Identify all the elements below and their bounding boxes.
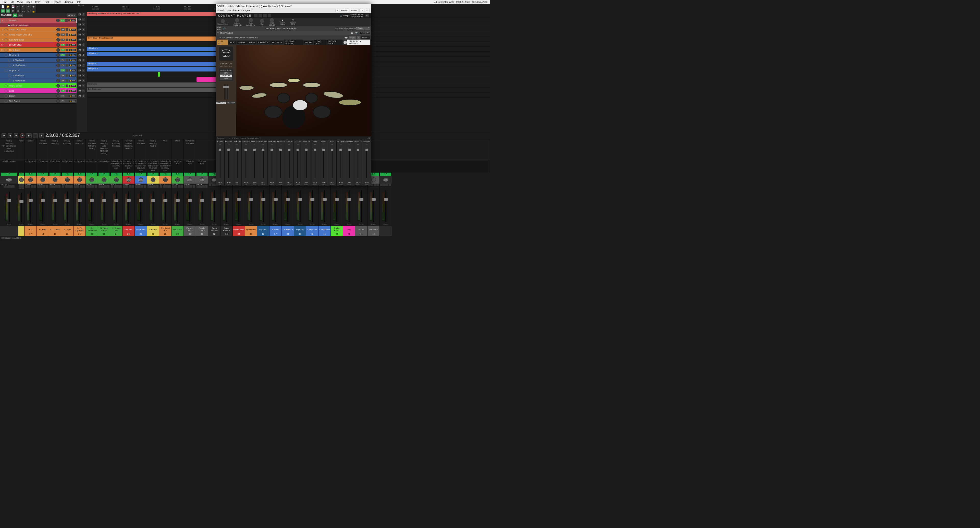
- strip-fx-button[interactable]: FX: [86, 172, 97, 175]
- strip-fx-button[interactable]: FX: [380, 172, 391, 175]
- output-fader[interactable]: [254, 145, 255, 182]
- pan-area[interactable]: center: [61, 176, 73, 183]
- fx-slot-col[interactable]: ReaEQReaComp: [73, 139, 86, 160]
- fader[interactable]: [128, 188, 129, 226]
- record-arm[interactable]: [5, 89, 8, 93]
- send-slot-col[interactable]: 28:Room Bus: [98, 160, 110, 172]
- undo-icon[interactable]: ↶: [21, 4, 25, 9]
- envelope-icon[interactable]: [65, 59, 68, 62]
- speaker-icon[interactable]: 🔊: [223, 27, 226, 30]
- output-fader[interactable]: [280, 145, 281, 182]
- output-fader[interactable]: [332, 145, 332, 182]
- record-arm[interactable]: [5, 28, 8, 31]
- loop-icon[interactable]: ↻: [26, 9, 30, 13]
- output-strip[interactable]: Hats - - +0.0 23|24: [311, 140, 320, 185]
- ni-icon[interactable]: ⊿: [366, 14, 369, 18]
- track-row[interactable]: 2 Snare One Shot FX 🔒 trim: [0, 27, 76, 32]
- master-param[interactable]: Volume -10.00 dB: [233, 18, 242, 26]
- envelope-icon[interactable]: [65, 64, 68, 67]
- add-output-button[interactable]: +: [229, 137, 231, 139]
- mute-button[interactable]: M: [78, 38, 81, 41]
- send-slot-col[interactable]: 29:Parallel Co30:Parallel Co33:DRUM BUS: [110, 160, 123, 172]
- plugin-toolbar-button[interactable]: UI: [360, 9, 364, 12]
- stop-button[interactable]: ■: [14, 133, 18, 138]
- fx-button[interactable]: FX: [60, 69, 65, 72]
- new-icon[interactable]: 📄: [0, 4, 5, 9]
- trim-button[interactable]: 🔒 trim: [68, 54, 76, 56]
- fader[interactable]: [67, 188, 68, 226]
- solo-button[interactable]: S: [82, 48, 85, 51]
- strip-name[interactable]: Kt. Hats: [37, 226, 49, 232]
- inst-tab-snare[interactable]: SNARE: [237, 41, 247, 44]
- volume-knob[interactable]: [56, 19, 60, 22]
- trim-button[interactable]: 🔒 trim: [68, 95, 76, 97]
- volume-knob[interactable]: [56, 28, 60, 31]
- master-param[interactable]: Master Editor: [218, 19, 228, 25]
- master-param[interactable]: ▲ Volume 33%: [280, 19, 285, 25]
- track-row[interactable]: 3 Snare Room One Shot FX 🔒 trim: [0, 32, 76, 37]
- strip-fx-button[interactable]: FX: [135, 172, 146, 175]
- mixer-strip[interactable]: FX center -4.01 inf Route Kt. Ride 20: [61, 172, 73, 236]
- disk-icon[interactable]: [259, 14, 262, 18]
- output-route[interactable]: 15|16: [279, 183, 283, 185]
- strip-name[interactable]: Rhythm 2: [294, 226, 306, 232]
- solo-button[interactable]: S: [82, 59, 85, 62]
- mixer-strip[interactable]: FX center -16.1 inf Route Room Bus 29: [172, 172, 184, 236]
- envelope-icon[interactable]: [65, 89, 68, 92]
- pan-area[interactable]: center: [135, 176, 147, 183]
- record-arm[interactable]: [8, 74, 11, 77]
- master-param[interactable]: V Volume 33%: [290, 19, 296, 25]
- volume-knob[interactable]: [56, 38, 60, 41]
- strip-name[interactable]: 2 Rhythm L: [306, 226, 318, 232]
- trim-button[interactable]: 🔒 trim: [68, 100, 76, 102]
- output-route[interactable]: 21|22: [304, 183, 308, 185]
- mute-button[interactable]: M: [78, 79, 81, 82]
- mixer-strip[interactable]: FX center -4.01 inf Route Kt. X-Hats 19: [49, 172, 61, 236]
- inst-tab-preset-lock[interactable]: PRESET LOCK: [326, 40, 342, 45]
- mixer-strip[interactable]: FX center -4.00 inf Route Kt. Overheads …: [86, 172, 98, 236]
- strip-name[interactable]: Sub Boom: [368, 226, 380, 232]
- send-slot-col[interactable]: 27:Overhead: [61, 160, 73, 172]
- strip-fx-button[interactable]: FX: [184, 172, 195, 175]
- output-fader[interactable]: [349, 145, 350, 182]
- fx-button[interactable]: FX: [60, 59, 65, 61]
- envelope-icon[interactable]: [65, 74, 68, 77]
- pan-area[interactable]: center: [98, 176, 110, 183]
- output-route[interactable]: 5|6: [236, 183, 238, 185]
- fx-slot-col[interactable]: ReaEQReaCompReaEQ: [147, 139, 159, 160]
- fader[interactable]: [361, 186, 362, 226]
- record-arm[interactable]: [5, 33, 8, 36]
- output-fader[interactable]: [323, 145, 324, 182]
- output-route[interactable]: 3|4: [228, 183, 230, 185]
- volume-knob[interactable]: [56, 64, 60, 67]
- output-fader[interactable]: [289, 145, 290, 182]
- record-arm[interactable]: [5, 19, 8, 22]
- trim-button[interactable]: 🔒 trim: [68, 85, 76, 87]
- track-name[interactable]: Boom: [8, 95, 56, 97]
- fx-button[interactable]: FX: [60, 89, 65, 92]
- out-minimize[interactable]: _ ▫ ✕: [365, 137, 370, 139]
- volume-knob[interactable]: [56, 69, 60, 72]
- files-icon[interactable]: [254, 14, 258, 18]
- mixer-strip[interactable]: FX center -4.01 inf Route Kt. FX Cymbals…: [73, 172, 86, 236]
- record-arm[interactable]: [5, 43, 8, 46]
- track-row[interactable]: 4 Kick One Shot FX 🔒 trim: [0, 37, 76, 42]
- nav-prev-icon[interactable]: ◀: [350, 32, 352, 34]
- mixer-strip[interactable]: FX center -4.00 inf Route Kt. Room Close…: [98, 172, 110, 236]
- strip-name[interactable]: [18, 226, 24, 232]
- fx-slot-col[interactable]: ReaEQ: [24, 139, 37, 160]
- output-strip[interactable]: Floor To - - +0.0 17|18: [285, 140, 294, 185]
- fader[interactable]: [275, 186, 276, 226]
- strip-fx-button[interactable]: FX: [37, 172, 48, 175]
- fx-button[interactable]: FX: [60, 100, 65, 102]
- mixer-strip[interactable]: FX center Route: [380, 172, 392, 236]
- strip-name[interactable]: Parallel Com.1: [184, 226, 196, 232]
- strip-name[interactable]: Kick Bus: [123, 226, 135, 232]
- volume-knob[interactable]: [56, 79, 60, 83]
- solo-button[interactable]: S: [82, 43, 85, 46]
- drum-kit-view[interactable]: [236, 45, 371, 136]
- media-item[interactable]: 1 Rhythm R: [87, 52, 230, 56]
- mixer-strip[interactable]: FX center -0.00 inf Route Tom Bus 27: [147, 172, 159, 236]
- nav-next-icon[interactable]: ▶: [352, 32, 354, 34]
- strip-name[interactable]: Snare Bus: [135, 226, 147, 232]
